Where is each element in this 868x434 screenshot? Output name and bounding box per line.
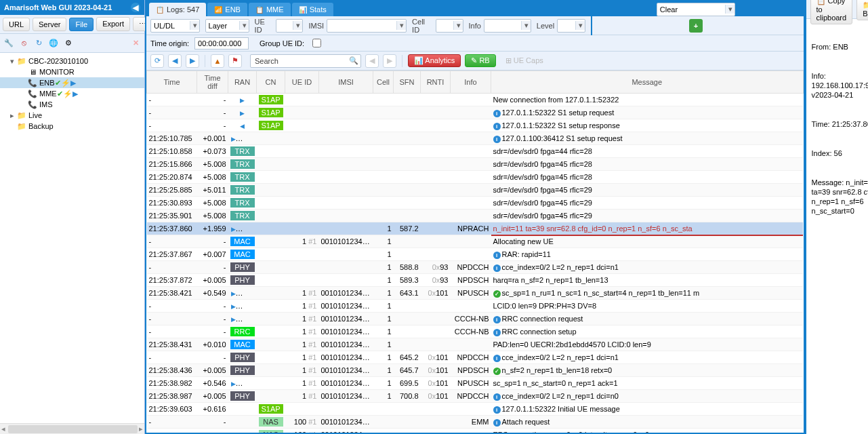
tree-item[interactable]: ▸📁Live (0, 110, 144, 121)
table-row[interactable]: --NAS100 #1001010123456789EPS encryption… (147, 429, 804, 433)
table-row[interactable]: 21:25:39.603+0.616S1AP▶i127.0.1.1:52322 … (147, 403, 804, 416)
left-scrollbar[interactable]: ◂ ▸ (0, 423, 144, 434)
file-button[interactable]: File (69, 18, 94, 31)
layer-filter[interactable]: Layer▾ (205, 19, 249, 33)
url-button[interactable]: URL (3, 18, 30, 31)
table-row[interactable]: 21:25:37.860+1.959▶PHY1587.2NPRACHn_init… (147, 222, 804, 235)
column-header[interactable]: SFN (394, 71, 421, 94)
table-row[interactable]: --MAC1 #10010101234567891Allocating new … (147, 235, 804, 248)
table-row[interactable]: 21:25:37.867+0.007MAC◀1iRAR: rapid=11 (147, 248, 804, 261)
time-origin-input[interactable] (194, 37, 249, 50)
nav-next-button[interactable]: ▶ (186, 54, 199, 68)
level-filter[interactable]: ▾ (557, 19, 585, 33)
tree-item[interactable]: 📞MME ✔ ⚡ ▶ (0, 88, 144, 99)
clear-button[interactable]: Clear▾ (657, 3, 735, 16)
column-header[interactable]: IMSI (319, 71, 373, 94)
table-row[interactable]: --▶MAC1 #10010101234567891LCID:0 len=9 D… (147, 300, 804, 313)
table-row[interactable]: 21:25:35.901+5.008TRXsdr=/dev/sdr0 fpga=… (147, 210, 804, 222)
cellid-label: Cell ID (412, 18, 433, 34)
warning-icon[interactable]: ▲ (211, 54, 224, 68)
table-row[interactable]: 21:25:20.874+5.008TRXsdr=/dev/sdr0 fpga=… (147, 171, 804, 184)
tree-label: MME (39, 90, 57, 98)
tab[interactable]: 📋Logs: 547 (149, 3, 206, 16)
scroll-right-icon[interactable]: ▸ (138, 425, 144, 433)
table-row[interactable]: 21:25:38.436+0.005PHY◀1 #100101012345678… (147, 364, 804, 377)
table-row[interactable]: 21:25:25.885+5.011TRXsdr=/dev/sdr0 fpga=… (147, 184, 804, 197)
table-row[interactable]: --◀S1APi127.0.1.1:52322 S1 setup respons… (147, 119, 804, 132)
filter-bar: UL/DL▾ Layer▾ UE ID▾ IMSI▾ Cell ID▾ Info… (146, 16, 804, 35)
settings-icon[interactable]: ⚙ (62, 37, 75, 50)
server-button[interactable]: Server (33, 18, 66, 31)
tree-label: Backup (28, 122, 54, 130)
table-row[interactable]: --▶S1APi127.0.1.1:52322 S1 setup request (147, 106, 804, 119)
column-header[interactable]: CN (257, 71, 285, 94)
stop-icon[interactable]: ⦸ (18, 37, 30, 50)
wrench-icon[interactable]: 🔧 (3, 37, 15, 50)
table-row[interactable]: --PHY◀1 #10010101234567891645.20x101NPDC… (147, 351, 804, 364)
tab[interactable]: 📶ENB (207, 3, 247, 16)
table-row[interactable]: 21:25:38.431+0.010MAC◀1 #100101012345678… (147, 338, 804, 351)
table-row[interactable]: 21:25:10.785+0.001▶S1APi127.0.1.100:3641… (147, 132, 804, 145)
uldl-filter[interactable]: UL/DL▾ (150, 19, 200, 33)
group-ueid-checkbox[interactable] (312, 39, 321, 47)
main-panel: 📋Logs: 547📶ENB📋MME📊Stats UL/DL▾ Layer▾ U… (145, 0, 805, 434)
table-row[interactable]: 21:25:38.982+0.546▶PHY1 #100101012345678… (147, 377, 804, 390)
nav-prev-button[interactable]: ◀ (168, 54, 182, 68)
info-filter[interactable]: ▾ (484, 19, 531, 33)
group-ueid-label: Group UE ID: (260, 39, 304, 47)
folder-icon: 🖥 (27, 68, 38, 76)
table-row[interactable]: 21:25:38.987+0.005PHY◀1 #100101012345678… (147, 390, 804, 403)
imsi-filter[interactable]: ▾ (327, 19, 407, 33)
table-row[interactable]: --▶S1APNew connection from 127.0.1.1:523… (147, 94, 804, 106)
search-input[interactable] (283, 55, 347, 67)
column-header[interactable]: UE ID (285, 71, 319, 94)
table-row[interactable]: 21:25:15.866+5.008TRXsdr=/dev/sdr0 fpga=… (147, 158, 804, 171)
tree-item[interactable]: 📞ENB ✔ ⚡ ▶ (0, 77, 144, 88)
table-row[interactable]: --▶RRC1 #10010101234567891CCCH-NBiRRC co… (147, 313, 804, 326)
cellid-filter[interactable]: ▾ (436, 19, 463, 33)
table-row[interactable]: --NAS100 #1001010123456789EMMiAttach req… (147, 416, 804, 429)
table-row[interactable]: --RRC◀1 #10010101234567891CCCH-NBiRRC co… (147, 326, 804, 338)
search-icon[interactable]: 🔍 (347, 56, 360, 65)
log-grid-wrap[interactable]: TimeTime diffRANCNUE IDIMSICellSFNRNTIIn… (146, 71, 804, 433)
column-header[interactable]: Info (451, 71, 491, 94)
globe-icon[interactable]: 🌐 (47, 37, 60, 50)
scroll-thumb[interactable] (8, 425, 138, 433)
refresh-icon[interactable]: ↻ (33, 37, 45, 50)
folder-icon: 📞 (27, 90, 38, 98)
tree-item[interactable]: 📞IMS (0, 99, 144, 110)
column-header[interactable]: Message (491, 71, 804, 94)
close-icon[interactable]: ✕ (130, 39, 142, 47)
table-row[interactable]: --PHY◀1588.80x93NPDCCHicce_index=0/2 L=2… (147, 261, 804, 274)
search-prev-button[interactable]: ◀ (365, 54, 379, 68)
export-button[interactable]: Export (96, 17, 130, 31)
column-header[interactable]: RAN (228, 71, 257, 94)
tree-item[interactable]: 📁Backup (0, 121, 144, 132)
ueid-filter[interactable]: ▾ (276, 19, 303, 33)
column-header[interactable]: Time (147, 71, 197, 94)
scroll-left-icon[interactable]: ◂ (0, 425, 7, 433)
nav-first-button[interactable]: ⟳ (150, 54, 164, 68)
left-header: Amarisoft Web GUI 2023-04-21 ◀ (0, 0, 144, 15)
add-filter-button[interactable]: + (689, 19, 703, 33)
table-row[interactable]: 21:25:30.893+5.008TRXsdr=/dev/sdr0 fpga=… (147, 197, 804, 210)
tab[interactable]: 📊Stats (292, 3, 333, 16)
analytics-button[interactable]: 📊 Analytics (408, 54, 461, 67)
tree-item[interactable]: ▾📁CBC-2023010100 (0, 56, 144, 66)
column-header[interactable]: Cell (373, 71, 394, 94)
table-row[interactable]: 21:25:10.858+0.073TRXsdr=/dev/sdr0 fpga=… (147, 145, 804, 158)
flag-icon[interactable]: ⚑ (228, 54, 242, 68)
tab[interactable]: 📋MME (249, 3, 291, 16)
table-row[interactable]: 21:25:37.872+0.005PHY◀1589.30x93NPDSCHha… (147, 274, 804, 287)
browse-button[interactable]: 📁 Browse (856, 0, 868, 20)
tree-item[interactable]: 🖥MONITOR (0, 66, 144, 77)
column-header[interactable]: Time diff (197, 71, 228, 94)
search-next-button[interactable]: ▶ (383, 54, 396, 68)
tree-label: ENB (39, 79, 55, 87)
folder-icon: 📁 (16, 111, 27, 120)
collapse-left-button[interactable]: ◀ (131, 3, 140, 12)
column-header[interactable]: RNTI (421, 71, 451, 94)
table-row[interactable]: 21:25:38.421+0.549▶PHY1 #100101012345678… (147, 287, 804, 300)
tree[interactable]: ▾📁CBC-2023010100🖥MONITOR📞ENB ✔ ⚡ ▶📞MME ✔… (0, 53, 144, 423)
rb-button[interactable]: ✎ RB (465, 54, 495, 67)
